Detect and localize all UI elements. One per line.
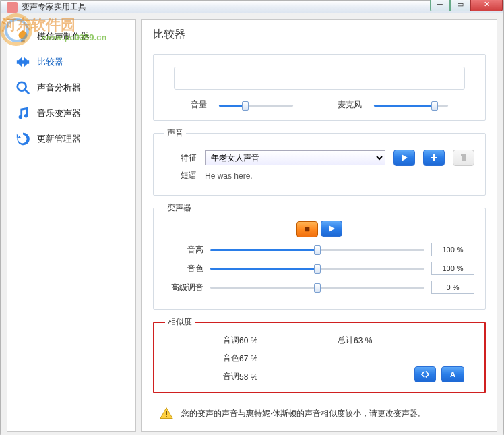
sidebar-item-compare[interactable]: 比较器	[7, 49, 135, 75]
voice-group: 声音 特征 年老女人声音 短语 He was here.	[153, 127, 486, 196]
close-button[interactable]: ✕	[470, 0, 503, 11]
volume-slider[interactable]	[219, 100, 293, 111]
timbre-label: 音色	[164, 263, 203, 274]
timbre-slider[interactable]	[210, 263, 424, 274]
analyze-icon	[15, 80, 30, 95]
sidebar-item-label: 声音分析器	[37, 82, 81, 94]
sidebar-item-label: 模仿声制作器	[37, 30, 90, 42]
sidebar-item-analyze[interactable]: 声音分析器	[7, 75, 135, 100]
play-changer-button[interactable]	[321, 221, 342, 237]
sim-tone-value: 60 %	[239, 336, 313, 345]
sim-total-label: 总计	[313, 335, 354, 346]
titlebar[interactable]: 变声专家实用工具 ─ ▭ ✕	[1, 1, 503, 13]
sidebar-item-music[interactable]: 音乐变声器	[7, 100, 135, 126]
sim-tone-label: 音调	[179, 335, 239, 346]
waveform-display	[174, 67, 465, 90]
short-label: 短语	[164, 170, 197, 181]
similarity-group: 相似度 音调 60 % 总计 63 % 音色 67 % 音调 58 % A	[153, 316, 486, 393]
record-button[interactable]	[296, 221, 318, 237]
feature-select[interactable]: 年老女人声音	[205, 150, 385, 165]
sidebar: 模仿声制作器 比较器 声音分析器 音乐变声器 更新管理器	[7, 19, 136, 432]
volume-label: 音量	[191, 99, 207, 111]
sim-total-value: 63 %	[354, 336, 428, 345]
sim-compare-button[interactable]	[414, 366, 436, 382]
feature-label: 特征	[164, 152, 197, 164]
svg-rect-5	[461, 154, 466, 156]
sidebar-item-label: 音乐变声器	[37, 107, 81, 119]
advanced-value[interactable]: 0 %	[431, 281, 474, 294]
sim-timbre-value: 67 %	[239, 354, 313, 364]
sidebar-item-mimic[interactable]: 模仿声制作器	[7, 24, 135, 49]
sidebar-item-update[interactable]: 更新管理器	[7, 126, 135, 152]
mimic-icon	[15, 29, 30, 44]
similarity-legend: 相似度	[165, 316, 195, 328]
sim-tone2-label: 音调	[179, 371, 239, 382]
pitch-value[interactable]: 100 %	[431, 243, 474, 256]
warning-text: 您的变声的声音与惠特妮·休斯顿的声音相似度较小，请更改变声器。	[181, 408, 426, 419]
warning-row: 您的变声的声音与惠特妮·休斯顿的声音相似度较小，请更改变声器。	[160, 407, 486, 420]
delete-voice-button[interactable]	[453, 150, 474, 166]
maximize-button[interactable]: ▭	[450, 0, 470, 11]
app-icon	[7, 2, 18, 13]
window-title: 变声专家实用工具	[22, 1, 430, 13]
sim-tone2-value: 58 %	[239, 372, 313, 382]
timbre-value[interactable]: 100 %	[431, 262, 474, 275]
sidebar-item-label: 比较器	[37, 56, 63, 68]
warning-icon	[160, 407, 173, 420]
compare-icon	[15, 55, 30, 69]
changer-legend: 变声器	[164, 202, 194, 214]
changer-group: 变声器 音高 100 % 音色 100 % 高级调音	[153, 202, 486, 310]
svg-rect-1	[21, 40, 25, 43]
play-voice-button[interactable]	[393, 150, 415, 166]
pitch-label: 音高	[164, 244, 203, 256]
sim-timbre-label: 音色	[179, 353, 239, 364]
short-text: He was here.	[205, 171, 253, 181]
pitch-slider[interactable]	[210, 244, 424, 255]
mic-label: 麦克风	[338, 99, 362, 111]
svg-rect-4	[462, 156, 466, 161]
svg-point-2	[18, 82, 26, 91]
sidebar-item-label: 更新管理器	[37, 133, 81, 145]
svg-point-0	[19, 31, 28, 40]
music-icon	[15, 106, 30, 121]
mic-slider[interactable]	[374, 100, 448, 111]
waveform-group: 音量 麦克风	[153, 54, 486, 121]
advanced-label: 高级调音	[164, 282, 203, 293]
voice-legend: 声音	[164, 127, 186, 139]
svg-rect-7	[166, 411, 167, 415]
update-icon	[15, 132, 30, 146]
page-title: 比较器	[153, 28, 486, 42]
svg-line-3	[25, 90, 29, 94]
sim-auto-button[interactable]: A	[441, 366, 464, 382]
main-panel: 比较器 音量 麦克风 声音 特征 年老女人声音	[141, 19, 497, 432]
minimize-button[interactable]: ─	[430, 0, 450, 11]
svg-rect-8	[166, 416, 167, 417]
app-window: 变声专家实用工具 ─ ▭ ✕ 模仿声制作器 比较器 声音分析器 音乐变声器	[1, 1, 503, 434]
svg-rect-6	[305, 227, 310, 232]
add-voice-button[interactable]	[423, 150, 445, 166]
advanced-slider[interactable]	[210, 282, 424, 293]
